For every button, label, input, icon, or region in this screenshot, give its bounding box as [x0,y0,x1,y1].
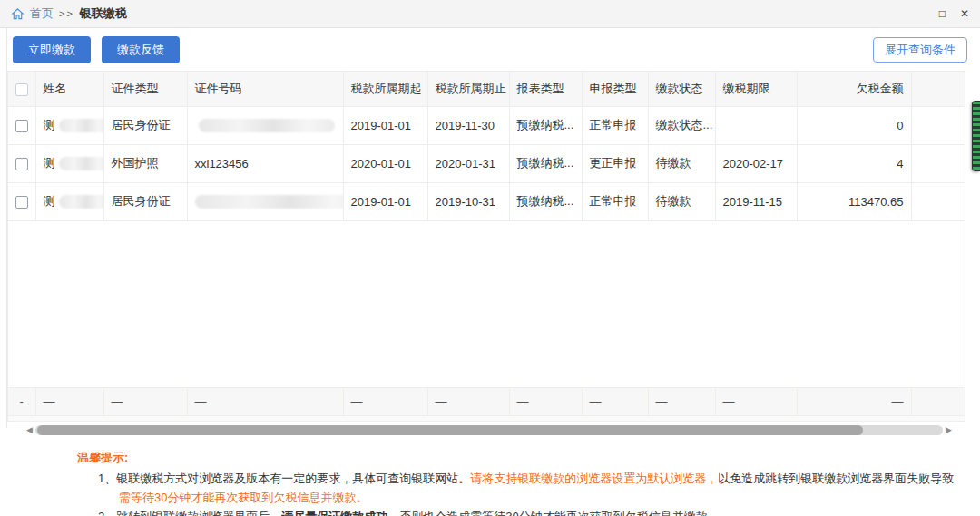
cell-deadline: 2020-02-17 [715,144,797,182]
cell-period-end: 2020-01-31 [427,144,509,182]
redacted-name [59,119,104,132]
scroll-left-icon[interactable]: ◀ [24,426,35,434]
cell-period-start: 2020-01-01 [343,144,427,182]
expand-query-button[interactable]: 展开查询条件 [873,37,967,63]
breadcrumb-home-link[interactable]: 首页 [30,5,54,22]
cell-period-start: 2019-01-01 [343,106,427,144]
horizontal-scrollbar: ◀ ▶ [24,424,955,436]
redacted-id-number [199,119,335,132]
tax-table: 姓名 证件类型 证件号码 税款所属期起 税款所属期止 报表类型 申报类型 缴款状… [7,71,965,422]
cell-declare-type: 正常申报 [582,182,648,220]
cell-amount: 4 [797,144,911,182]
cell-pay-status: 缴款状态... [648,106,715,144]
tips-title: 温馨提示: [77,448,962,467]
col-report-type: 报表类型 [509,72,582,106]
col-declare-type: 申报类型 [582,72,648,106]
home-icon[interactable] [11,7,24,21]
tip-item-1-continuation: 需等待30分钟才能再次获取到欠税信息并缴款。 [77,488,962,507]
payment-feedback-button[interactable]: 缴款反馈 [102,36,180,63]
cell-id-number [187,106,343,144]
page-left-edge-line [6,28,7,428]
breadcrumb-bar: 首页 >> 银联缴税 □ ✕ [0,0,980,28]
col-pay-status: 缴款状态 [648,72,715,106]
scrollbar-track[interactable] [35,425,943,435]
scroll-right-icon[interactable]: ▶ [943,426,955,434]
cell-id-number: xxl123456 [187,144,343,182]
cell-id-number [187,182,343,220]
col-amount: 欠税金额 [797,72,911,106]
redacted-id-number [195,195,344,209]
cell-amount: 0 [797,106,911,144]
breadcrumb-separator: >> [59,8,74,19]
row-checkbox[interactable] [15,120,28,132]
toolbar: 立即缴款 缴款反馈 展开查询条件 [0,28,980,71]
table-bottom-strip [8,415,965,421]
cell-pay-status: 待缴款 [648,144,715,182]
cell-id-type: 居民身份证 [103,182,187,220]
tips-section: 温馨提示: 1、银联缴税方式对浏览器及版本有一定的要求，具体可查询银联网站。请将… [0,436,980,516]
col-name: 姓名 [35,72,103,106]
tip-item-2: 2、跳转到银联缴款浏览器界面后，请尽量保证缴款成功，否则也会造成需等待30分钟才… [77,507,962,516]
row-checkbox[interactable] [15,158,28,170]
table-row: 测 外国护照 xxl123456 2020-01-01 2020-01-31 预… [8,144,965,182]
cell-deadline: 2019-11-15 [715,182,797,220]
table-row: 测 居民身份证 2019-01-01 2019-11-30 预缴纳税... 正常… [8,106,965,144]
empty-table-area [8,220,965,387]
cell-report-type: 预缴纳税... [509,106,582,144]
redacted-name [59,195,104,209]
cell-pay-status: 待缴款 [648,182,715,220]
cell-period-end: 2019-11-30 [427,106,509,144]
close-icon[interactable]: ✕ [960,8,969,19]
cell-report-type: 预缴纳税... [509,182,582,220]
cell-declare-type: 更正申报 [582,144,648,182]
maximize-icon[interactable]: □ [939,8,946,19]
col-id-number: 证件号码 [187,72,343,106]
cell-name: 测 [35,106,103,144]
cell-period-end: 2019-10-31 [427,182,509,220]
breadcrumb-current: 银联缴税 [80,5,127,22]
cell-name: 测 [35,144,103,182]
scrollbar-thumb[interactable] [37,425,863,435]
col-period-end: 税款所属期止 [427,72,509,106]
select-all-checkbox[interactable] [15,83,28,96]
table-row: 测 居民身份证 2019-01-01 2019-10-31 预缴纳税... 正常… [8,182,965,220]
cell-deadline [715,106,797,144]
summary-row: - — — — — — — — — — — [8,387,965,415]
cell-declare-type: 正常申报 [582,106,648,144]
cell-amount: 113470.65 [797,182,911,220]
col-extra [911,72,965,106]
col-deadline: 缴税期限 [715,72,797,106]
col-period-start: 税款所属期起 [343,72,427,106]
table-header-row: 姓名 证件类型 证件号码 税款所属期起 税款所属期止 报表类型 申报类型 缴款状… [8,72,965,106]
row-checkbox[interactable] [15,196,28,209]
tip-item-1: 1、银联缴税方式对浏览器及版本有一定的要求，具体可查询银联网站。请将支持银联缴款… [77,469,962,488]
cell-id-type: 居民身份证 [103,106,187,144]
redacted-name [59,157,104,170]
pay-now-button[interactable]: 立即缴款 [13,36,91,63]
cell-name: 测 [35,182,103,220]
side-panel-handle[interactable] [972,101,980,171]
col-id-type: 证件类型 [103,72,187,106]
cell-report-type: 预缴纳税... [509,144,582,182]
cell-period-start: 2019-01-01 [343,182,427,220]
cell-id-type: 外国护照 [103,144,187,182]
